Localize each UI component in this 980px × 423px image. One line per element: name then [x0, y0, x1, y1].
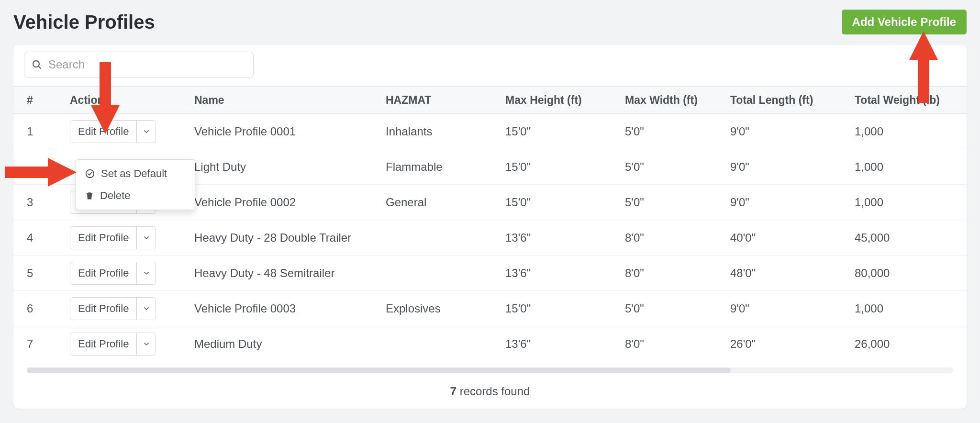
check-circle-icon [85, 168, 95, 179]
cell-name: Heavy Duty - 48 Semitrailer [194, 267, 386, 280]
edit-profile-caret[interactable] [136, 298, 156, 320]
row-index: 3 [27, 196, 70, 209]
cell-total-length: 26'0" [730, 337, 855, 351]
cell-max-width: 5'0" [625, 196, 730, 209]
cell-total-weight: 1,000 [855, 160, 980, 174]
edit-profile-button[interactable]: Edit Profile [70, 121, 136, 143]
delete-item[interactable]: Delete [76, 185, 195, 207]
edit-profile-button[interactable]: Edit Profile [70, 298, 136, 320]
svg-line-1 [38, 66, 41, 68]
set-as-default-label: Set as Default [101, 167, 167, 180]
add-vehicle-profile-button[interactable]: Add Vehicle Profile [842, 10, 967, 34]
table-row: 1Edit ProfileVehicle Profile 0001Inhalan… [13, 114, 967, 149]
cell-max-width: 8'0" [625, 267, 730, 280]
row-index: 5 [27, 267, 70, 280]
table-row: 7Edit ProfileMedium Duty13'6"8'0"26'0"26… [13, 326, 967, 362]
actions-dropdown: Set as Default Delete [76, 159, 195, 210]
cell-hazmat: Explosives [386, 302, 505, 315]
cell-hazmat: Inhalants [386, 125, 505, 138]
col-max-height: Max Height (ft) [505, 94, 625, 107]
table-row: 4Edit ProfileHeavy Duty - 28 Double Trai… [13, 220, 967, 256]
chevron-down-icon [143, 305, 150, 312]
cell-max-height: 15'0" [505, 160, 625, 174]
cell-max-width: 8'0" [625, 337, 730, 351]
col-name: Name [194, 94, 386, 107]
col-index: # [27, 94, 70, 107]
cell-total-weight: 45,000 [855, 231, 980, 245]
cell-total-weight: 1,000 [855, 302, 980, 315]
edit-profile-split: Edit Profile [70, 120, 156, 143]
records-footer: 7 records found [13, 373, 967, 403]
cell-total-weight: 1,000 [855, 196, 980, 209]
row-index: 1 [27, 125, 70, 138]
cell-total-length: 9'0" [730, 302, 855, 315]
chevron-down-icon [143, 234, 150, 242]
cell-max-width: 8'0" [625, 231, 730, 245]
search-input[interactable] [47, 57, 246, 72]
cell-max-width: 5'0" [625, 125, 730, 138]
search-input-wrap[interactable] [24, 52, 254, 78]
col-max-width: Max Width (ft) [625, 94, 730, 107]
trash-icon [85, 190, 94, 201]
cell-name: Vehicle Profile 0003 [194, 302, 386, 315]
row-actions: Edit Profile [70, 333, 194, 356]
cell-total-length: 40'0" [730, 231, 855, 245]
scroll-thumb[interactable] [27, 367, 731, 373]
page-title: Vehicle Profiles [13, 11, 155, 33]
page-header: Vehicle Profiles Add Vehicle Profile [13, 10, 967, 34]
cell-total-length: 9'0" [730, 196, 855, 209]
cell-max-width: 5'0" [625, 302, 730, 315]
records-count: 7 [450, 385, 457, 398]
cell-total-length: 9'0" [730, 160, 855, 174]
edit-profile-split: Edit Profile [70, 262, 156, 285]
chevron-down-icon [143, 269, 150, 277]
cell-max-height: 15'0" [505, 302, 625, 315]
chevron-down-icon [143, 340, 150, 348]
records-suffix: records found [457, 385, 530, 398]
delete-label: Delete [100, 189, 131, 202]
row-actions: Edit Profile [70, 226, 194, 249]
edit-profile-split: Edit Profile [70, 333, 156, 356]
cell-name: Vehicle Profile 0001 [194, 125, 386, 138]
horizontal-scrollbar[interactable] [27, 367, 953, 373]
col-actions: Actions [70, 94, 194, 107]
cell-max-height: 15'0" [505, 125, 625, 138]
table-body: 1Edit ProfileVehicle Profile 0001Inhalan… [13, 114, 967, 362]
edit-profile-caret[interactable] [136, 121, 156, 143]
row-index: 6 [27, 302, 70, 315]
row-index: 7 [27, 337, 70, 351]
cell-total-weight: 26,000 [855, 337, 980, 351]
cell-hazmat: General [386, 196, 505, 209]
col-total-weight: Total Weight (lb) [855, 94, 980, 107]
svg-point-2 [86, 170, 94, 178]
edit-profile-split: Edit Profile [70, 226, 156, 249]
set-as-default-item[interactable]: Set as Default [76, 163, 195, 185]
cell-hazmat: Flammable [386, 160, 505, 174]
row-actions: Edit Profile [70, 120, 194, 143]
edit-profile-button[interactable]: Edit Profile [70, 333, 136, 355]
edit-profile-caret[interactable] [136, 333, 156, 355]
row-index: 4 [27, 231, 70, 245]
table-header: # Actions Name HAZMAT Max Height (ft) Ma… [13, 86, 967, 114]
cell-total-weight: 1,000 [855, 125, 980, 138]
cell-name: Heavy Duty - 28 Double Trailer [194, 231, 386, 245]
cell-name: Medium Duty [194, 337, 386, 351]
edit-profile-button[interactable]: Edit Profile [70, 262, 136, 284]
row-actions: Edit Profile [70, 297, 194, 320]
search-icon [31, 59, 43, 70]
profiles-card: # Actions Name HAZMAT Max Height (ft) Ma… [13, 45, 967, 409]
table-row: 6Edit ProfileVehicle Profile 0003Explosi… [13, 291, 967, 326]
cell-max-height: 13'6" [505, 231, 625, 245]
chevron-down-icon [143, 128, 150, 135]
cell-name: Vehicle Profile 0002 [194, 196, 386, 209]
cell-total-length: 48'0" [730, 267, 855, 280]
cell-total-length: 9'0" [730, 125, 855, 138]
edit-profile-caret[interactable] [136, 227, 156, 249]
edit-profile-button[interactable]: Edit Profile [70, 227, 136, 249]
edit-profile-caret[interactable] [136, 262, 156, 284]
table-row: 5Edit ProfileHeavy Duty - 48 Semitrailer… [13, 256, 967, 291]
cell-max-width: 5'0" [625, 160, 730, 174]
cell-total-weight: 80,000 [855, 267, 980, 280]
cell-max-height: 15'0" [505, 196, 625, 209]
col-total-length: Total Length (ft) [730, 94, 855, 107]
